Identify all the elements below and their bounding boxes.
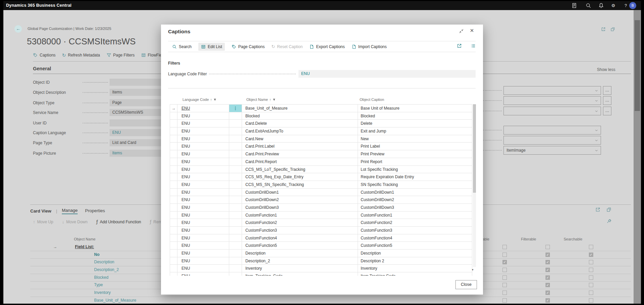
language-code-cell[interactable]: ENU — [177, 135, 229, 143]
row-menu-cell[interactable] — [229, 242, 242, 249]
row-selector-cell[interactable] — [170, 204, 177, 211]
language-code-cell[interactable]: ENU — [177, 120, 229, 127]
object-name-cell[interactable]: Description_2 — [242, 257, 358, 265]
row-menu-cell[interactable] — [229, 257, 242, 265]
row-selector-cell[interactable] — [170, 196, 177, 203]
avatar[interactable]: B — [629, 2, 636, 9]
row-menu-cell[interactable] — [229, 189, 242, 196]
language-code-cell[interactable]: ENU — [177, 234, 229, 242]
caption-row[interactable]: ENUCCS_MS_SN_Specific_TrackingSN Specifi… — [170, 181, 472, 189]
language-code-cell[interactable]: ENU — [177, 212, 229, 219]
caption-row[interactable]: ENUCard.ExitAndJumpToExit and Jump — [170, 127, 472, 135]
assist-edit-button[interactable]: … — [603, 96, 611, 105]
caption-row[interactable]: ENUCustomFunction2CustomFunction2 — [170, 219, 472, 227]
scroll-down-arrow-icon[interactable]: ▾ — [472, 268, 474, 271]
search-icon[interactable] — [586, 3, 591, 8]
assist-edit-button[interactable]: … — [603, 107, 611, 115]
dropdown-field[interactable] — [504, 126, 601, 135]
row-menu-cell[interactable] — [229, 234, 242, 242]
caption-row[interactable]: ENUCCS_MS_LoT_Specific_TrackingLot Speci… — [170, 166, 472, 174]
show-less-link[interactable]: Show less — [597, 67, 615, 72]
checkbox[interactable] — [589, 260, 593, 264]
checkbox[interactable] — [502, 283, 507, 287]
checkbox[interactable] — [502, 275, 507, 280]
object-name-cell[interactable]: CustomFunction5 — [242, 242, 358, 249]
toolbar-page-filters[interactable]: Page Filters — [107, 52, 135, 58]
caption-row[interactable]: ENUCustomFunction4CustomFunction4 — [170, 234, 472, 242]
notifications-bell-icon[interactable] — [598, 3, 604, 8]
collapse-dialog-icon[interactable] — [459, 29, 464, 35]
caption-row[interactable]: ENUCustomFunction5CustomFunction5 — [170, 242, 472, 250]
language-code-filter-input[interactable]: ENU — [298, 70, 476, 78]
row-menu-cell[interactable] — [229, 204, 242, 211]
caption-row[interactable]: ENUCustomDrillDown1CustomDrillDown1 — [170, 189, 472, 196]
tell-me-icon[interactable] — [571, 3, 577, 8]
language-code-cell[interactable]: ENU — [177, 272, 229, 276]
caption-row[interactable]: ENUCard.Print.ReportPrint Report — [170, 158, 472, 166]
language-code-cell[interactable]: ENU — [177, 189, 229, 196]
row-selector-cell[interactable] — [170, 189, 177, 196]
object-name-cell[interactable]: Description — [242, 250, 358, 257]
object-name-cell[interactable]: Card.Delete — [242, 120, 358, 127]
object-caption-cell[interactable]: CustomDrillDown1 — [358, 189, 472, 196]
object-caption-cell[interactable]: Description 2 — [358, 257, 472, 265]
row-menu-cell[interactable] — [229, 150, 242, 158]
column-header-language-code[interactable]: Language Code↑ — [183, 98, 216, 102]
dropdown-field[interactable] — [504, 136, 601, 145]
view-options-icon[interactable] — [471, 43, 476, 50]
object-caption-cell[interactable]: Item Tracking Code — [358, 272, 472, 276]
object-name-cell[interactable]: CustomFunction2 — [242, 219, 358, 226]
search-action[interactable]: Search — [172, 44, 192, 49]
object-caption-cell[interactable]: Base Unit of Measure — [358, 105, 472, 112]
row-menu-cell[interactable] — [229, 120, 242, 127]
assist-edit-button[interactable]: … — [603, 86, 611, 95]
expand-icon[interactable] — [606, 207, 611, 214]
language-code-cell[interactable]: ENU — [177, 265, 229, 272]
object-name-cell[interactable]: Card.New — [242, 135, 358, 143]
row-selector-cell[interactable] — [170, 234, 177, 242]
row-selector-cell[interactable] — [170, 173, 177, 181]
export-captions-action[interactable]: Export Captions — [309, 44, 345, 49]
page-scrollbar[interactable] — [634, 10, 641, 304]
object-name-link[interactable]: Blocked — [94, 275, 109, 280]
row-selector-cell[interactable] — [170, 166, 177, 173]
checkbox[interactable]: ✓ — [546, 275, 550, 280]
object-caption-cell[interactable]: CustomDrillDown2 — [358, 196, 472, 203]
language-code-cell[interactable]: ENU — [177, 150, 229, 158]
edit-list-action[interactable]: Edit List — [198, 43, 225, 51]
reset-caption-action[interactable]: ↻Reset Caption — [271, 44, 303, 49]
tab-properties[interactable]: Properties — [85, 208, 105, 214]
share-icon[interactable] — [595, 207, 600, 214]
language-code-cell[interactable]: ENU — [177, 158, 229, 165]
checkbox[interactable] — [502, 298, 507, 303]
object-name-cell[interactable]: CCS_MS_Req_Exp_Date_Entry — [242, 173, 358, 181]
toolbar-captions[interactable]: Captions — [33, 52, 55, 58]
language-code-cell[interactable]: ENU — [177, 204, 229, 211]
row-selector-cell[interactable] — [170, 227, 177, 234]
checkbox[interactable] — [589, 291, 593, 295]
row-selector-cell[interactable] — [170, 250, 177, 257]
caption-row[interactable]: ENUInventoryInventory — [170, 265, 472, 272]
language-code-cell[interactable]: ENU — [177, 196, 229, 203]
object-name-link[interactable]: Type — [94, 282, 103, 287]
move-down-button[interactable]: ↓Move Down — [62, 219, 88, 224]
language-code-cell[interactable]: ENU — [177, 227, 229, 234]
card-view-row[interactable]: Base_Unit_of_Measure✓ — [30, 297, 631, 304]
object-name-cell[interactable]: CustomDrillDown1 — [242, 189, 358, 196]
object-caption-cell[interactable]: Exit and Jump — [358, 127, 472, 135]
language-code-cell[interactable]: ENU — [177, 257, 229, 265]
row-menu-cell[interactable] — [229, 173, 242, 181]
checkbox[interactable] — [546, 245, 550, 249]
object-name-cell[interactable]: CustomFunction3 — [242, 227, 358, 234]
checkbox[interactable] — [502, 245, 507, 249]
language-code-cell[interactable]: ENU — [177, 143, 229, 150]
checkbox[interactable] — [589, 275, 593, 280]
object-name-cell[interactable]: CustomFunction4 — [242, 234, 358, 242]
row-menu-cell[interactable] — [229, 166, 242, 173]
object-name-link[interactable]: Inventory — [94, 290, 111, 295]
object-name-cell[interactable]: CustomDrillDown2 — [242, 196, 358, 203]
row-selector-cell[interactable] — [170, 265, 177, 272]
settings-gear-icon[interactable]: ⚙ — [610, 3, 616, 8]
row-menu-cell[interactable] — [229, 219, 242, 226]
object-caption-cell[interactable]: Print Label — [358, 143, 472, 150]
